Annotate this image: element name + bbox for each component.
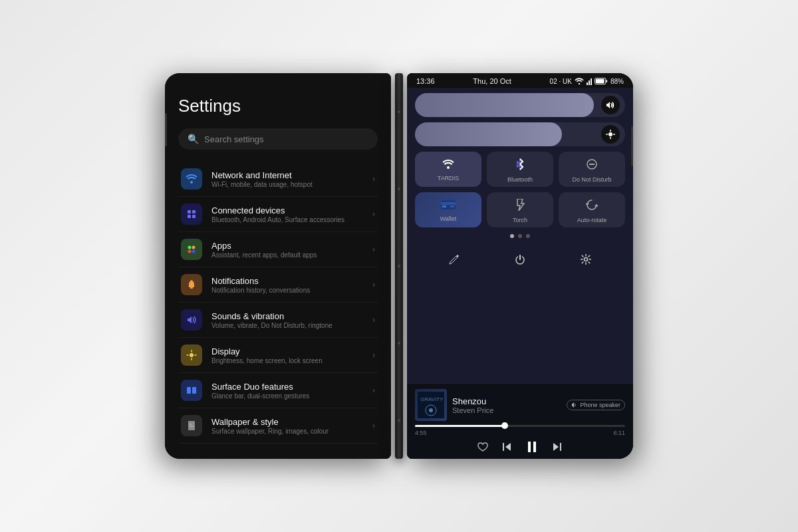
search-icon: 🔍 (188, 134, 199, 144)
svg-rect-4 (192, 215, 196, 218)
settings-item-sound[interactable]: Sounds & vibration Volume, vibrate, Do N… (178, 303, 378, 338)
time-current: 4:55 (415, 430, 427, 436)
settings-item-wallpaper[interactable]: Wallpaper & style Surface wallpaper, Rin… (178, 408, 378, 444)
pagination-dots (415, 233, 625, 239)
svg-point-6 (192, 246, 196, 249)
hinge-dot (398, 265, 400, 267)
pause-button[interactable] (525, 440, 539, 454)
volume-slider[interactable] (415, 93, 625, 117)
edit-button[interactable] (442, 247, 466, 271)
status-right: 02 · UK (550, 77, 624, 85)
svg-rect-45 (503, 443, 504, 451)
sound-icon (181, 309, 202, 331)
settings-item-display[interactable]: Display Brightness, home screen, lock sc… (178, 338, 378, 373)
pagination-dot-1 (510, 234, 514, 238)
svg-rect-46 (528, 442, 531, 452)
wallet-tile-icon (441, 199, 456, 213)
dnd-tile[interactable]: Do Not Disturb (559, 152, 625, 187)
status-bar: 13:36 Thu, 20 Oct 02 · UK (407, 73, 633, 88)
settings-item-network[interactable]: Network and Internet Wi-Fi, mobile, data… (178, 162, 378, 197)
svg-point-7 (188, 250, 192, 253)
power-button[interactable] (508, 247, 532, 271)
svg-marker-44 (505, 443, 511, 451)
status-date: Thu, 20 Oct (473, 77, 511, 85)
autorotate-tile[interactable]: Auto-rotate (559, 192, 625, 227)
svg-rect-16 (192, 387, 196, 394)
right-phone: 13:36 Thu, 20 Oct 02 · UK (407, 73, 633, 459)
album-art: GRAVITY (415, 389, 447, 421)
connected-icon (181, 203, 202, 225)
next-button[interactable] (552, 442, 563, 452)
arrow-icon: › (372, 280, 375, 289)
progress-bar[interactable] (415, 425, 625, 427)
wallpaper-icon (181, 415, 202, 436)
settings-item-apps[interactable]: Apps Assistant, recent apps, default app… (178, 232, 378, 267)
svg-rect-9 (190, 287, 193, 289)
battery-icon (595, 78, 608, 84)
music-info: Shenzou Steven Price (452, 396, 561, 414)
dnd-tile-icon (586, 158, 598, 174)
settings-item-notifications[interactable]: Notifications Notification history, conv… (178, 267, 378, 303)
arrow-icon: › (372, 315, 375, 325)
settings-item-connected[interactable]: Connected devices Bluetooth, Android Aut… (178, 197, 378, 232)
wallet-tile-label: Wallet (440, 215, 457, 222)
svg-point-20 (579, 83, 580, 84)
wallpaper-text: Wallpaper & style Surface wallpaper, Rin… (211, 417, 363, 435)
tiles-row-1: TARDIS Bluetooth (415, 152, 625, 187)
hinge-dot (398, 110, 400, 113)
svg-rect-15 (187, 387, 191, 394)
svg-rect-23 (591, 78, 592, 85)
speaker-text: Phone speaker (580, 402, 620, 408)
wifi-tile-label: TARDIS (438, 175, 459, 182)
pagination-dot-3 (526, 234, 530, 238)
connected-text: Connected devices Bluetooth, Android Aut… (211, 205, 363, 223)
svg-point-39 (584, 258, 587, 261)
sound-text: Sounds & vibration Volume, vibrate, Do N… (211, 311, 363, 329)
torch-tile[interactable]: Torch (487, 192, 553, 227)
bluetooth-tile-icon (516, 158, 524, 174)
hinge (395, 73, 403, 459)
settings-item-duo[interactable]: Surface Duo features Glance bar, dual-sc… (178, 373, 378, 408)
brightness-slider[interactable] (415, 122, 625, 146)
autorotate-tile-label: Auto-rotate (577, 217, 607, 223)
music-player: GRAVITY Shenzou Steven Price (407, 383, 633, 459)
prev-button[interactable] (501, 442, 512, 452)
duo-icon (181, 380, 202, 401)
settings-screen: Settings 🔍 Search settings Network (165, 73, 391, 459)
svg-rect-22 (589, 80, 590, 85)
search-input[interactable]: Search settings (204, 134, 264, 144)
wallet-tile[interactable]: Wallet (415, 192, 481, 227)
network-icon (181, 168, 202, 190)
search-bar[interactable]: 🔍 Search settings (178, 128, 378, 150)
svg-rect-47 (533, 442, 536, 452)
dual-screen-device: Settings 🔍 Search settings Network (165, 73, 633, 459)
speaker-badge[interactable]: Phone speaker (567, 400, 625, 410)
svg-rect-17 (188, 421, 195, 430)
display-text: Display Brightness, home screen, lock sc… (211, 346, 363, 364)
hinge-dot (398, 342, 400, 344)
time-total: 6:11 (613, 430, 625, 436)
arrow-icon: › (372, 350, 375, 360)
time-row: 4:55 6:11 (415, 430, 625, 436)
svg-rect-26 (606, 80, 607, 82)
hinge-dot (398, 188, 400, 190)
svg-point-32 (447, 166, 450, 169)
arrow-icon: › (372, 245, 375, 254)
svg-rect-25 (596, 79, 604, 83)
arrow-icon: › (372, 386, 375, 395)
settings-list: Network and Internet Wi-Fi, mobile, data… (178, 162, 378, 446)
settings-button[interactable] (574, 247, 598, 271)
like-button[interactable] (477, 442, 488, 452)
quick-settings-screen: 13:36 Thu, 20 Oct 02 · UK (407, 73, 633, 459)
dnd-tile-label: Do Not Disturb (572, 176, 611, 183)
torch-tile-icon (515, 199, 525, 214)
song-title: Shenzou (452, 396, 561, 406)
svg-rect-21 (587, 82, 588, 85)
duo-text: Surface Duo features Glance bar, dual-sc… (211, 382, 363, 400)
apps-icon (181, 239, 202, 260)
wifi-tile[interactable]: TARDIS (415, 152, 481, 187)
volume-icon (601, 96, 620, 114)
svg-point-43 (429, 408, 433, 412)
svg-rect-2 (192, 210, 196, 213)
bluetooth-tile[interactable]: Bluetooth (487, 152, 553, 187)
